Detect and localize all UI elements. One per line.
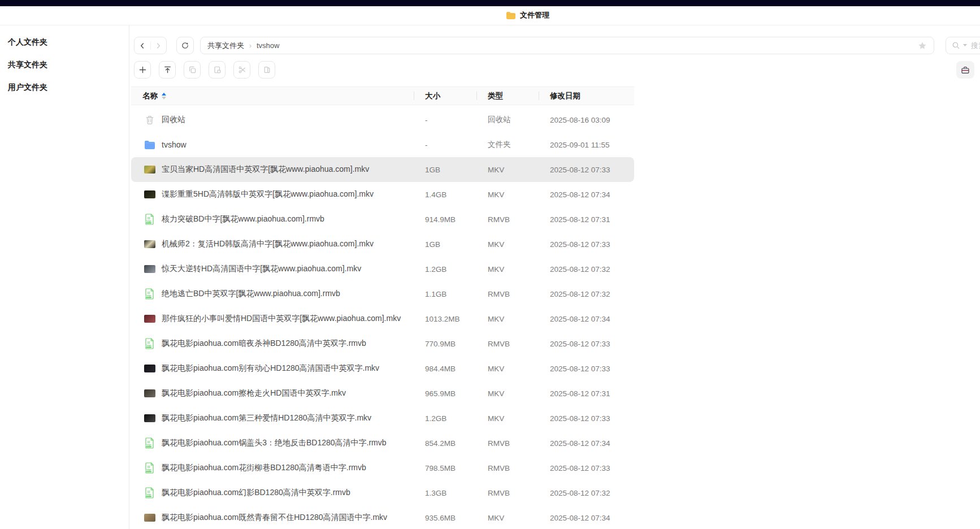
table-row[interactable]: 宝贝当家HD高清国语中英双字[飘花www.piaohua.com].mkv 1G… bbox=[131, 157, 634, 182]
file-modified-date: 2025-08-12 07:33 bbox=[539, 166, 634, 174]
new-button[interactable] bbox=[134, 61, 151, 79]
table-row[interactable]: RMVB 飘花电影piaohua.com花街柳巷BD1280高清粤语中字.rmv… bbox=[131, 456, 634, 480]
column-header-name[interactable]: 名称 bbox=[131, 87, 414, 105]
main-panel: 共享文件夹 › tvshow bbox=[130, 25, 980, 529]
video-thumbnail bbox=[144, 315, 155, 323]
file-modified-date: 2025-08-12 07:33 bbox=[539, 464, 634, 472]
file-type: RMVB bbox=[476, 215, 539, 224]
svg-text:RMVB: RMVB bbox=[146, 296, 152, 298]
back-button[interactable] bbox=[135, 42, 150, 50]
upload-icon bbox=[163, 66, 172, 74]
table-row[interactable]: 惊天大逆转HD高清国语中字[飘花www.piaohua.com].mkv 1.2… bbox=[131, 257, 634, 281]
duplicate-button[interactable] bbox=[258, 61, 275, 79]
title-bar: 文件管理 bbox=[0, 6, 980, 25]
file-size: 854.2MB bbox=[414, 439, 476, 448]
file-name: 飘花电影piaohua.com暗夜杀神BD1280高清中英双字.rmvb bbox=[162, 339, 366, 349]
file-size: - bbox=[414, 116, 476, 124]
file-modified-date: 2025-08-12 07:34 bbox=[539, 439, 634, 448]
table-row[interactable]: 飘花电影piaohua.com别有动心HD1280高清国语中英双字.mkv 98… bbox=[131, 356, 634, 381]
sidebar-item-label: 用户文件夹 bbox=[8, 83, 47, 93]
caret-down-icon[interactable] bbox=[963, 44, 967, 47]
table-row[interactable]: 机械师2：复活HD韩版高清中字[飘花www.piaohua.com].mkv 1… bbox=[131, 232, 634, 257]
upload-button[interactable] bbox=[159, 61, 176, 79]
file-type: 文件夹 bbox=[476, 140, 539, 150]
folder-icon bbox=[144, 139, 155, 150]
table-row[interactable]: RMVB 飘花电影piaohua.com幻影BD1280高清中英双字.rmvb … bbox=[131, 480, 634, 505]
window-top-strip bbox=[0, 0, 980, 6]
cut-button[interactable] bbox=[233, 61, 250, 79]
file-name: 宝贝当家HD高清国语中英双字[飘花www.piaohua.com].mkv bbox=[162, 164, 369, 175]
file-name: 飘花电影piaohua.com擦枪走火HD国语中英双字.mkv bbox=[162, 388, 346, 398]
breadcrumb-separator-icon: › bbox=[249, 42, 251, 50]
video-thumbnail bbox=[144, 190, 155, 198]
file-modified-date: 2025-08-12 07:32 bbox=[539, 290, 634, 298]
refresh-icon bbox=[181, 41, 189, 50]
table-row[interactable]: 飘花电影piaohua.com既然青春留不住HD1280高清国语中字.mkv 9… bbox=[131, 505, 634, 529]
file-modified-date: 2025-08-12 07:33 bbox=[539, 240, 634, 249]
file-table-header: 名称 大小 类型 修改日期 bbox=[131, 86, 634, 105]
svg-text:RMVB: RMVB bbox=[146, 445, 152, 447]
file-size: 984.4MB bbox=[414, 365, 476, 373]
file-size: 965.9MB bbox=[414, 389, 476, 398]
scissors-icon bbox=[238, 66, 246, 74]
table-row[interactable]: RMVB 绝地逃亡BD中英双字[飘花www.piaohua.com].rmvb … bbox=[131, 281, 634, 306]
file-modified-date: 2025-08-12 07:33 bbox=[539, 414, 634, 423]
table-row[interactable]: 飘花电影piaohua.com擦枪走火HD国语中英双字.mkv 965.9MB … bbox=[131, 381, 634, 406]
video-thumbnail bbox=[144, 514, 155, 522]
column-header-size[interactable]: 大小 bbox=[414, 87, 476, 105]
copy-button[interactable] bbox=[184, 61, 201, 79]
refresh-button[interactable] bbox=[176, 37, 194, 54]
file-name: 回收站 bbox=[162, 115, 185, 125]
svg-text:RMVB: RMVB bbox=[146, 221, 152, 223]
svg-text:RMVB: RMVB bbox=[146, 470, 152, 472]
table-row[interactable]: 那件疯狂的小事叫爱情HD国语中英双字[飘花www.piaohua.com].mk… bbox=[131, 306, 634, 331]
table-row[interactable]: 回收站 - 回收站 2025-08-16 03:09 bbox=[131, 107, 634, 132]
table-row[interactable]: tvshow - 文件夹 2025-09-01 11:55 bbox=[131, 132, 634, 157]
sidebar-item-user-folder[interactable]: 用户文件夹 bbox=[0, 76, 129, 99]
search-input[interactable] bbox=[970, 41, 980, 50]
column-header-type[interactable]: 类型 bbox=[476, 87, 539, 105]
breadcrumb-current: tvshow bbox=[257, 41, 279, 50]
file-type: RMVB bbox=[476, 464, 539, 472]
forward-button[interactable] bbox=[150, 42, 167, 50]
table-row[interactable]: RMVB 飘花电影piaohua.com暗夜杀神BD1280高清中英双字.rmv… bbox=[131, 331, 634, 356]
toolbox-button[interactable] bbox=[956, 61, 974, 79]
file-modified-date: 2025-08-12 07:31 bbox=[539, 389, 634, 398]
video-thumbnail bbox=[144, 389, 155, 397]
file-size: 914.9MB bbox=[414, 215, 476, 224]
file-modified-date: 2025-08-12 07:32 bbox=[539, 489, 634, 497]
video-thumbnail bbox=[144, 166, 155, 174]
rmvb-file-icon: RMVB bbox=[144, 487, 155, 498]
paste-button[interactable] bbox=[209, 61, 226, 79]
file-type: MKV bbox=[476, 166, 539, 174]
file-type: MKV bbox=[476, 414, 539, 423]
file-type: MKV bbox=[476, 365, 539, 373]
sidebar-item-personal-folder[interactable]: 个人文件夹 bbox=[0, 31, 129, 54]
file-name: 机械师2：复活HD韩版高清中字[飘花www.piaohua.com].mkv bbox=[162, 239, 374, 249]
search-box bbox=[946, 37, 980, 54]
file-size: 798.5MB bbox=[414, 464, 476, 472]
file-name: tvshow bbox=[162, 140, 187, 149]
column-header-date[interactable]: 修改日期 bbox=[539, 87, 634, 105]
file-size: 935.6MB bbox=[414, 514, 476, 522]
table-row[interactable]: RMVB 飘花电影piaohua.com锅盖头3：绝地反击BD1280高清中字.… bbox=[131, 431, 634, 456]
file-size: 1GB bbox=[414, 166, 476, 174]
video-thumbnail bbox=[144, 365, 155, 372]
file-modified-date: 2025-08-12 07:33 bbox=[539, 340, 634, 348]
file-size: 1.2GB bbox=[414, 265, 476, 274]
table-row[interactable]: 飘花电影piaohua.com第三种爱情HD1280高清中英双字.mkv 1.2… bbox=[131, 406, 634, 431]
file-type: MKV bbox=[476, 240, 539, 249]
file-size: 1013.2MB bbox=[414, 315, 476, 323]
rmvb-file-icon: RMVB bbox=[144, 214, 155, 225]
file-type: RMVB bbox=[476, 340, 539, 348]
table-row[interactable]: RMVB 核力突破BD中字[飘花www.piaohua.com].rmvb 91… bbox=[131, 207, 634, 232]
file-modified-date: 2025-08-12 07:34 bbox=[539, 315, 634, 323]
table-row[interactable]: 谍影重重5HD高清韩版中英双字[飘花www.piaohua.com].mkv 1… bbox=[131, 182, 634, 207]
favorite-button[interactable] bbox=[918, 41, 927, 50]
breadcrumb-root[interactable]: 共享文件夹 bbox=[207, 41, 244, 51]
sidebar-item-label: 个人文件夹 bbox=[8, 37, 47, 47]
trash-icon bbox=[144, 114, 155, 125]
chevron-right-icon bbox=[154, 42, 162, 50]
file-name: 飘花电影piaohua.com别有动心HD1280高清国语中英双字.mkv bbox=[162, 363, 379, 374]
sidebar-item-shared-folder[interactable]: 共享文件夹 bbox=[0, 54, 129, 76]
